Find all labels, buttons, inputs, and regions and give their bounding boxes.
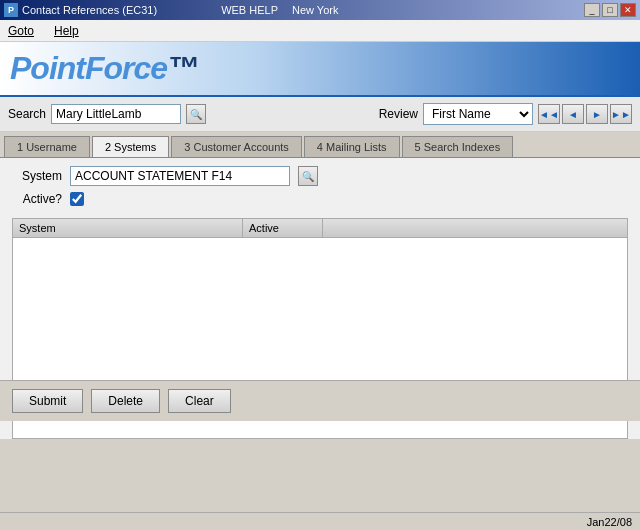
search-button[interactable]: 🔍: [186, 104, 206, 124]
app-logo: PointForce™: [10, 50, 198, 87]
minimize-button[interactable]: _: [584, 3, 600, 17]
menu-goto[interactable]: Goto: [4, 22, 38, 40]
tab-systems[interactable]: 2 Systems: [92, 136, 169, 157]
title-bar: P Contact References (EC31) WEB HELP New…: [0, 0, 640, 20]
active-label: Active?: [12, 192, 62, 206]
search-right: Review First Name Last Name Username ◄◄ …: [379, 103, 632, 125]
review-label: Review: [379, 107, 418, 121]
webhelp-text: WEB HELP: [221, 4, 278, 16]
menu-bar: Goto Help: [0, 20, 640, 42]
title-text: Contact References (EC31): [22, 4, 157, 16]
status-bar: Jan22/08: [0, 512, 640, 530]
main-content: System 🔍 Active? System Active: [0, 158, 640, 439]
review-select[interactable]: First Name Last Name Username: [423, 103, 533, 125]
button-bar: Submit Delete Clear: [0, 380, 640, 421]
title-bar-left: P Contact References (EC31) WEB HELP New…: [4, 3, 338, 17]
tabs-container: 1 Username 2 Systems 3 Customer Accounts…: [0, 132, 640, 158]
system-row: System 🔍: [12, 166, 628, 186]
submit-button[interactable]: Submit: [12, 389, 83, 413]
tab-search-indexes[interactable]: 5 Search Indexes: [402, 136, 514, 157]
active-row: Active?: [12, 192, 628, 206]
system-search-button[interactable]: 🔍: [298, 166, 318, 186]
logo-plain: Point: [10, 50, 85, 86]
search-left: Search 🔍: [8, 104, 206, 124]
nav-first[interactable]: ◄◄: [538, 104, 560, 124]
server-text: New York: [292, 4, 338, 16]
maximize-button[interactable]: □: [602, 3, 618, 17]
table-header: System Active: [13, 219, 627, 238]
active-checkbox-container: [70, 192, 84, 206]
nav-prev[interactable]: ◄: [562, 104, 584, 124]
tab-customer-accounts[interactable]: 3 Customer Accounts: [171, 136, 302, 157]
status-date: Jan22/08: [587, 516, 632, 528]
system-label: System: [12, 169, 62, 183]
delete-button[interactable]: Delete: [91, 389, 160, 413]
column-active: Active: [243, 219, 323, 237]
logo-colored: Force: [85, 50, 167, 86]
search-bar: Search 🔍 Review First Name Last Name Use…: [0, 97, 640, 132]
clear-button[interactable]: Clear: [168, 389, 231, 413]
column-system: System: [13, 219, 243, 237]
window-controls: _ □ ✕: [584, 3, 636, 17]
app-icon: P: [4, 3, 18, 17]
tab-username[interactable]: 1 Username: [4, 136, 90, 157]
form-section: System 🔍 Active?: [0, 158, 640, 214]
nav-next[interactable]: ►: [586, 104, 608, 124]
nav-last[interactable]: ►►: [610, 104, 632, 124]
search-input[interactable]: [51, 104, 181, 124]
system-input[interactable]: [70, 166, 290, 186]
active-checkbox[interactable]: [70, 192, 84, 206]
search-label: Search: [8, 107, 46, 121]
close-button[interactable]: ✕: [620, 3, 636, 17]
menu-help[interactable]: Help: [50, 22, 83, 40]
tab-mailing-lists[interactable]: 4 Mailing Lists: [304, 136, 400, 157]
nav-buttons: ◄◄ ◄ ► ►►: [538, 104, 632, 124]
app-header: PointForce™: [0, 42, 640, 97]
main-window: P Contact References (EC31) WEB HELP New…: [0, 0, 640, 530]
